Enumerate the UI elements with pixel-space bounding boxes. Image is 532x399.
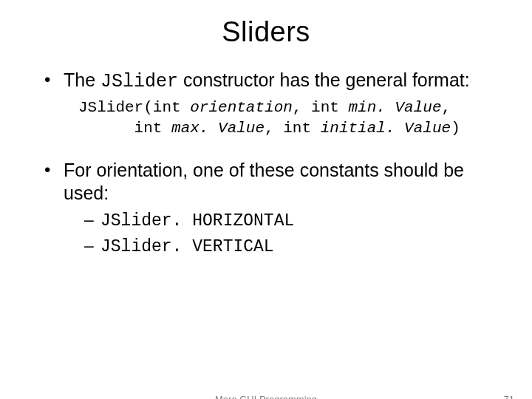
sub-bullet-vertical: JSlider. VERTICAL	[84, 233, 502, 259]
constructor-signature: JSlider(int orientation, int min. Value,…	[78, 98, 502, 138]
text-fragment: constructor has the general format:	[178, 69, 470, 90]
sig-param-initialvalue: initial. Value	[321, 120, 451, 137]
code-vertical: JSlider. VERTICAL	[100, 237, 274, 256]
sub-bullet-horizontal: JSlider. HORIZONTAL	[84, 208, 502, 233]
bullet-constructor-format: The JSlider constructor has the general …	[44, 69, 502, 138]
sig-text: )	[451, 120, 460, 137]
text-fragment: For orientation, one of these constants …	[64, 160, 464, 203]
page-number: 71	[504, 394, 514, 399]
text-fragment: The	[64, 69, 100, 90]
bullet-orientation-constants: For orientation, one of these constants …	[44, 159, 502, 259]
footer-title: More GUI Programming	[0, 394, 532, 399]
sig-param-minvalue: min. Value	[348, 99, 441, 116]
sig-text: int	[78, 120, 171, 137]
slide-body: The JSlider constructor has the general …	[0, 69, 532, 259]
slide: Sliders The JSlider constructor has the …	[0, 16, 532, 399]
sig-param-orientation: orientation	[190, 99, 293, 116]
code-jslider: JSlider	[100, 71, 178, 92]
bullet-list: The JSlider constructor has the general …	[44, 69, 502, 259]
slide-title: Sliders	[0, 16, 532, 48]
sub-bullet-list: JSlider. HORIZONTAL JSlider. VERTICAL	[84, 208, 502, 258]
sig-text: ,	[442, 99, 451, 116]
sig-text: , int	[293, 99, 349, 116]
sig-text: , int	[265, 120, 321, 137]
sig-text: JSlider(int	[78, 99, 190, 116]
code-horizontal: JSlider. HORIZONTAL	[100, 211, 294, 231]
sig-param-maxvalue: max. Value	[171, 120, 265, 137]
